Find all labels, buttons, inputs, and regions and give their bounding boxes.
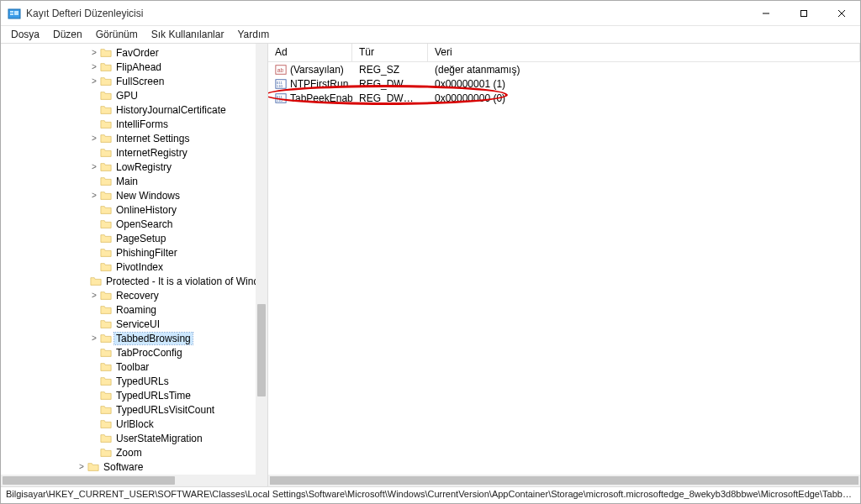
chevron-right-icon[interactable]: > bbox=[89, 48, 99, 57]
list-row[interactable]: 011110TabPeekEnabledREG_DWORD0x00000000 … bbox=[268, 91, 860, 105]
folder-icon bbox=[100, 418, 112, 430]
tree-item[interactable]: TabProcConfig bbox=[1, 345, 256, 360]
folder-icon bbox=[100, 318, 112, 330]
tree-item[interactable]: TypedURLsTime bbox=[1, 388, 256, 402]
tree-item[interactable]: GPU bbox=[1, 88, 256, 102]
tree-item[interactable]: Toolbar bbox=[1, 360, 256, 374]
menu-help[interactable]: Yardım bbox=[230, 27, 276, 42]
chevron-right-icon[interactable]: > bbox=[89, 191, 99, 200]
tree-item-label: TypedURLsTime bbox=[114, 390, 193, 402]
tree-item[interactable]: UrlBlock bbox=[1, 417, 256, 431]
tree-item[interactable]: HistoryJournalCertificate bbox=[1, 102, 256, 117]
tree-item[interactable]: PageSetup bbox=[1, 231, 256, 245]
tree-item[interactable]: >Recovery bbox=[1, 288, 256, 302]
tree-item[interactable]: >New Windows bbox=[1, 188, 256, 202]
list-pane: Ad Tür Veri ab(Varsayılan)REG_SZ(değer a… bbox=[268, 44, 860, 486]
folder-icon bbox=[100, 118, 112, 130]
svg-rect-3 bbox=[14, 11, 18, 15]
tree-item[interactable]: UserStateMigration bbox=[1, 431, 256, 445]
tree-item[interactable]: Roaming bbox=[1, 302, 256, 317]
column-type[interactable]: Tür bbox=[352, 44, 428, 61]
scrollbar-thumb[interactable] bbox=[257, 304, 266, 396]
tree-item[interactable]: >Internet Settings bbox=[1, 131, 256, 145]
tree-item-label: OnlineHistory bbox=[114, 204, 178, 216]
chevron-right-icon[interactable]: > bbox=[89, 134, 99, 143]
folder-icon bbox=[90, 276, 102, 287]
list-horizontal-scrollbar[interactable] bbox=[268, 475, 860, 486]
tree-item-label: ServiceUI bbox=[114, 318, 161, 330]
tree-item[interactable]: OnlineHistory bbox=[1, 202, 256, 217]
tree-item[interactable]: Zoom bbox=[1, 445, 256, 459]
close-button[interactable] bbox=[822, 1, 860, 25]
menu-favorites[interactable]: Sık Kullanılanlar bbox=[145, 27, 231, 42]
tree-item[interactable]: TypedURLsVisitCount bbox=[1, 402, 256, 417]
value-type: REG_DWORD bbox=[352, 78, 428, 90]
folder-icon bbox=[100, 190, 112, 202]
value-data: 0x00000000 (0) bbox=[428, 92, 860, 104]
tree-item-label: Internet Settings bbox=[114, 133, 191, 144]
list-view[interactable]: ab(Varsayılan)REG_SZ(değer atanmamış)011… bbox=[268, 62, 860, 105]
chevron-right-icon[interactable]: > bbox=[89, 333, 99, 343]
tree-item[interactable]: Main bbox=[1, 174, 256, 188]
tree-item[interactable]: >FlipAhead bbox=[1, 60, 256, 74]
tree-item[interactable]: TypedURLs bbox=[1, 374, 256, 388]
tree-item[interactable]: OpenSearch bbox=[1, 217, 256, 231]
svg-text:ab: ab bbox=[277, 66, 284, 72]
menu-file[interactable]: Dosya bbox=[4, 27, 46, 42]
column-data[interactable]: Veri bbox=[428, 44, 860, 61]
folder-icon bbox=[100, 147, 112, 159]
folder-icon bbox=[100, 447, 112, 459]
chevron-right-icon[interactable]: > bbox=[89, 62, 99, 71]
tree-item[interactable]: Protected - It is a violation of Window bbox=[1, 274, 256, 288]
folder-icon bbox=[100, 218, 112, 230]
scrollbar-thumb[interactable] bbox=[270, 476, 858, 485]
tree-item-label: New Windows bbox=[114, 190, 182, 202]
chevron-right-icon[interactable]: > bbox=[77, 462, 87, 471]
tree-item[interactable]: ServiceUI bbox=[1, 317, 256, 331]
dword-value-icon: 011110 bbox=[275, 78, 287, 90]
menu-edit[interactable]: Düzen bbox=[46, 27, 89, 42]
list-row[interactable]: 011110NTPFirstRunREG_DWORD0x00000001 (1) bbox=[268, 76, 860, 91]
folder-icon bbox=[100, 333, 112, 344]
chevron-right-icon[interactable]: > bbox=[89, 162, 99, 171]
tree-item-label: InternetRegistry bbox=[114, 147, 189, 159]
column-name[interactable]: Ad bbox=[268, 44, 352, 61]
folder-icon bbox=[100, 104, 112, 116]
menu-view[interactable]: Görünüm bbox=[89, 27, 145, 42]
tree-item-label: FlipAhead bbox=[114, 61, 163, 73]
minimize-button[interactable] bbox=[747, 1, 784, 25]
tree-pane: >FavOrder>FlipAhead>FullScreenGPUHistory… bbox=[1, 44, 268, 486]
tree-view[interactable]: >FavOrder>FlipAhead>FullScreenGPUHistory… bbox=[1, 44, 256, 486]
tree-item[interactable]: >FullScreen bbox=[1, 74, 256, 88]
chevron-right-icon[interactable]: > bbox=[89, 291, 99, 300]
scrollbar-thumb[interactable] bbox=[3, 476, 175, 485]
list-row[interactable]: ab(Varsayılan)REG_SZ(değer atanmamış) bbox=[268, 62, 860, 76]
tree-item-label: LowRegistry bbox=[114, 161, 173, 173]
value-data: 0x00000001 (1) bbox=[428, 78, 860, 90]
folder-icon bbox=[87, 461, 99, 473]
tree-item[interactable]: IntelliForms bbox=[1, 117, 256, 131]
tree-item[interactable]: InternetRegistry bbox=[1, 145, 256, 160]
folder-icon bbox=[100, 76, 112, 87]
tree-vertical-scrollbar[interactable] bbox=[256, 44, 267, 475]
tree-item-label: IntelliForms bbox=[114, 118, 170, 130]
tree-item[interactable]: >LowRegistry bbox=[1, 160, 256, 174]
tree-item[interactable]: >FavOrder bbox=[1, 45, 256, 60]
svg-text:110: 110 bbox=[277, 84, 283, 88]
folder-icon bbox=[100, 433, 112, 444]
value-type: REG_DWORD bbox=[352, 92, 428, 104]
value-type: REG_SZ bbox=[352, 64, 428, 76]
regedit-icon bbox=[8, 7, 21, 20]
tree-item-label: Main bbox=[114, 176, 140, 187]
titlebar: Kayıt Defteri Düzenleyicisi bbox=[1, 1, 860, 26]
maximize-button[interactable] bbox=[784, 1, 822, 25]
tree-item[interactable]: PhishingFilter bbox=[1, 245, 256, 260]
tree-item-label: Roaming bbox=[114, 304, 158, 316]
tree-horizontal-scrollbar[interactable] bbox=[1, 475, 256, 486]
chevron-right-icon[interactable]: > bbox=[89, 76, 99, 86]
menubar: Dosya Düzen Görünüm Sık Kullanılanlar Ya… bbox=[1, 26, 860, 43]
folder-icon bbox=[100, 347, 112, 359]
tree-item[interactable]: PivotIndex bbox=[1, 260, 256, 274]
tree-item[interactable]: >Software bbox=[1, 459, 256, 474]
tree-item[interactable]: >TabbedBrowsing bbox=[1, 331, 256, 345]
